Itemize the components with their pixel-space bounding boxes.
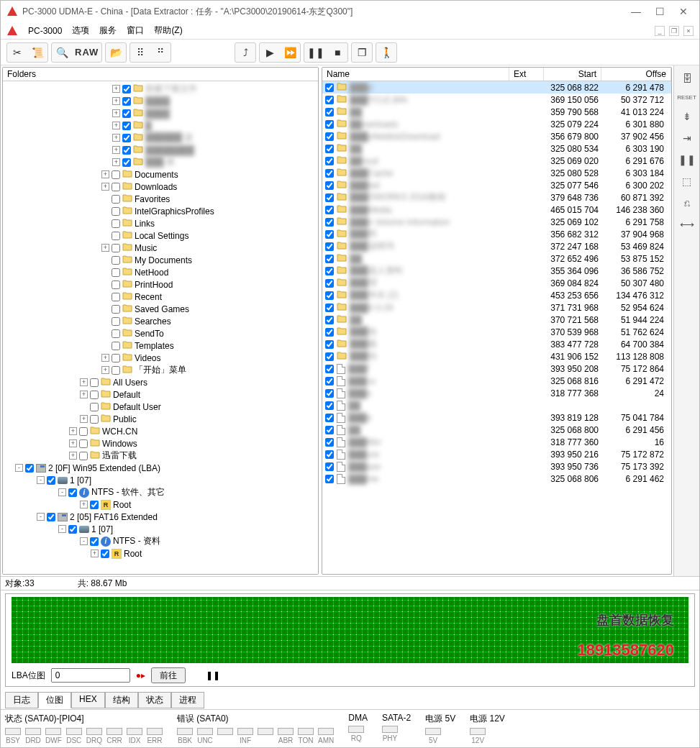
- expander-icon[interactable]: +: [101, 366, 109, 374]
- row-checkbox[interactable]: [325, 304, 334, 312]
- expander-icon[interactable]: +: [101, 183, 109, 191]
- list-row[interactable]: ███Cache325 080 5286 303 184: [322, 167, 671, 179]
- tree-checkbox[interactable]: [112, 305, 120, 314]
- tree-item[interactable]: +████: [4, 107, 317, 119]
- tree-item[interactable]: -1 [07]: [4, 523, 317, 535]
- expander-icon[interactable]: +: [69, 439, 77, 447]
- tab-日志[interactable]: 日志: [5, 692, 38, 708]
- tree-item[interactable]: +Default: [4, 388, 317, 401]
- menu-window[interactable]: 窗口: [127, 24, 144, 37]
- tree-checkbox[interactable]: [112, 329, 120, 338]
- tree-item[interactable]: Local Settings: [4, 229, 317, 242]
- expander-icon[interactable]: +: [112, 146, 120, 154]
- binoculars-icon[interactable]: 🔍: [55, 47, 69, 58]
- row-checkbox[interactable]: [325, 96, 334, 104]
- list-row[interactable]: ███f393 950 20875 172 864: [322, 362, 671, 375]
- tree-item[interactable]: +████████: [4, 144, 317, 156]
- tree-checkbox[interactable]: [90, 415, 99, 424]
- row-checkbox[interactable]: [325, 132, 334, 141]
- tree-item[interactable]: -1 [07]: [4, 474, 317, 486]
- tab-结构[interactable]: 结构: [105, 692, 138, 708]
- lba-input[interactable]: [51, 668, 130, 683]
- list-row[interactable]: ███载383 477 72864 700 384: [322, 338, 671, 350]
- map2-icon[interactable]: ⠛: [153, 47, 168, 58]
- row-checkbox[interactable]: [325, 475, 334, 483]
- row-checkbox[interactable]: [325, 438, 334, 447]
- row-checkbox[interactable]: [325, 83, 334, 92]
- tree-checkbox[interactable]: [112, 342, 120, 350]
- folder-tree[interactable]: +新建下载文件+████+████+█+██████ 迹+████████+██…: [3, 81, 318, 574]
- tree-checkbox[interactable]: [112, 244, 120, 252]
- row-checkbox[interactable]: [325, 365, 334, 373]
- tree-item[interactable]: -2 [05] FAT16 Extended: [4, 511, 317, 523]
- tree-checkbox[interactable]: [112, 207, 120, 216]
- minimize-button[interactable]: —: [631, 6, 641, 17]
- row-checkbox[interactable]: [325, 169, 334, 178]
- tab-进程[interactable]: 进程: [171, 692, 204, 708]
- list-row[interactable]: ███份431 906 152113 128 808: [322, 350, 671, 362]
- record-icon[interactable]: ●▸: [136, 670, 145, 680]
- side-db-icon[interactable]: 🗄: [682, 73, 692, 84]
- row-checkbox[interactable]: [325, 193, 334, 202]
- row-checkbox[interactable]: [325, 389, 334, 398]
- row-checkbox[interactable]: [325, 401, 334, 410]
- list-row[interactable]: ███件夹 (2)453 253 656134 476 312: [322, 289, 671, 301]
- tree-checkbox[interactable]: [122, 97, 131, 106]
- tab-位图[interactable]: 位图: [38, 692, 71, 708]
- tree-item[interactable]: PrintHood: [4, 278, 317, 291]
- tree-item[interactable]: +██████ 迹: [4, 132, 317, 144]
- export-icon[interactable]: ⤴: [238, 47, 253, 58]
- list-row[interactable]: ███n Volume Information325 069 1026 291 …: [322, 216, 671, 228]
- row-checkbox[interactable]: [325, 340, 334, 349]
- list-row[interactable]: ██ownloads325 079 2246 301 880: [322, 118, 671, 130]
- tree-checkbox[interactable]: [47, 476, 55, 485]
- row-checkbox[interactable]: [325, 291, 334, 300]
- row-checkbox[interactable]: [325, 145, 334, 153]
- list-row[interactable]: ███e393 819 12875 041 784: [322, 411, 671, 424]
- tree-checkbox[interactable]: [112, 183, 120, 191]
- expander-icon[interactable]: -: [80, 537, 88, 545]
- list-row[interactable]: ███理369 084 82450 307 480: [322, 277, 671, 289]
- col-offset[interactable]: Offse: [601, 68, 671, 81]
- tree-checkbox[interactable]: [112, 268, 120, 277]
- expander-icon[interactable]: +: [69, 452, 77, 460]
- side-tool5-icon[interactable]: ⟷: [680, 219, 694, 230]
- tree-item[interactable]: +WCH.CN: [4, 425, 317, 437]
- side-reset-icon[interactable]: RESET: [677, 94, 696, 101]
- tree-item[interactable]: +Public: [4, 413, 317, 425]
- list-row[interactable]: ██325 080 5346 303 190: [322, 142, 671, 155]
- pause-icon[interactable]: ❚❚: [307, 47, 324, 58]
- tree-item[interactable]: Templates: [4, 339, 317, 352]
- list-row[interactable]: ███me325 068 8066 291 462: [322, 473, 671, 485]
- expander-icon[interactable]: +: [80, 378, 88, 386]
- expander-icon[interactable]: +: [80, 415, 88, 423]
- tree-item[interactable]: My Documents: [4, 254, 317, 266]
- play-icon[interactable]: ▶: [263, 47, 277, 58]
- list-row[interactable]: ███ure393 950 21675 172 872: [322, 448, 671, 460]
- col-ext[interactable]: Ext: [509, 68, 544, 81]
- tree-checkbox[interactable]: [122, 146, 131, 155]
- tree-item[interactable]: NetHood: [4, 266, 317, 278]
- expander-icon[interactable]: +: [101, 244, 109, 252]
- tree-checkbox[interactable]: [90, 403, 99, 411]
- expander-icon[interactable]: +: [112, 122, 120, 129]
- tree-item[interactable]: -iNTFS - 资料: [4, 535, 317, 547]
- list-row[interactable]: ███uNetdiskDownload356 679 80037 902 456: [322, 130, 671, 142]
- tree-checkbox[interactable]: [122, 122, 131, 130]
- tree-item[interactable]: +███ 果: [4, 156, 317, 168]
- list-row[interactable]: ███料356 682 31237 904 968: [322, 228, 671, 240]
- row-checkbox[interactable]: [325, 352, 334, 361]
- row-checkbox[interactable]: [325, 157, 334, 165]
- expander-icon[interactable]: -: [37, 513, 45, 521]
- tree-item[interactable]: SendTo: [4, 327, 317, 339]
- tab-状态[interactable]: 状态: [138, 692, 171, 708]
- row-checkbox[interactable]: [325, 462, 334, 471]
- tree-checkbox[interactable]: [122, 134, 131, 142]
- tree-checkbox[interactable]: [122, 158, 131, 167]
- side-tool2-icon[interactable]: ⇥: [683, 132, 691, 144]
- tree-item[interactable]: Searches: [4, 315, 317, 327]
- side-tool1-icon[interactable]: ⇟: [683, 111, 691, 122]
- tree-item[interactable]: +█: [4, 119, 317, 132]
- row-checkbox[interactable]: [325, 450, 334, 459]
- tree-checkbox[interactable]: [90, 391, 99, 399]
